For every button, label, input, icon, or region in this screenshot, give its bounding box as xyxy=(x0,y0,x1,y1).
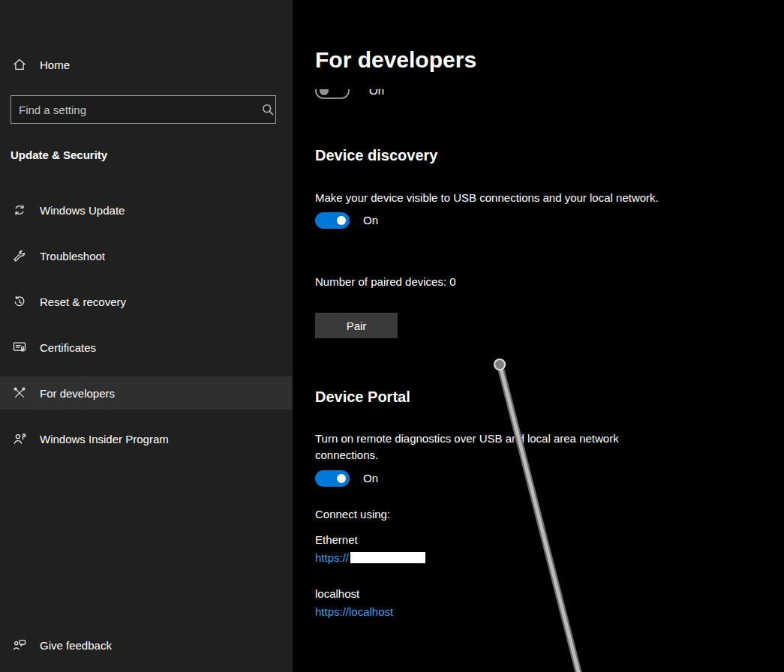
device-portal-description: Turn on remote diagnostics over USB and … xyxy=(315,430,671,464)
device-discovery-toggle-row: On xyxy=(315,212,378,229)
sidebar-item-windows-insider[interactable]: Windows Insider Program xyxy=(0,422,293,455)
search-icon[interactable] xyxy=(260,102,275,117)
device-discovery-toggle-state: On xyxy=(363,212,378,229)
ethernet-url-link[interactable]: https:// xyxy=(315,550,425,566)
connect-using-label: Connect using: xyxy=(315,506,390,523)
nav-label: Windows Update xyxy=(40,204,125,217)
device-portal-heading: Device Portal xyxy=(315,387,410,406)
search-input[interactable] xyxy=(11,104,260,116)
page-title: For developers xyxy=(315,46,476,74)
wrench-icon xyxy=(12,248,27,263)
device-discovery-heading: Device discovery xyxy=(315,146,437,165)
clipped-setting-row: On xyxy=(315,89,495,106)
search-box[interactable] xyxy=(11,95,276,124)
main-content: For developers On Device discovery Make … xyxy=(293,0,784,672)
certificate-icon xyxy=(12,340,27,355)
ethernet-url-prefix: https:// xyxy=(315,551,349,564)
sidebar-item-troubleshoot[interactable]: Troubleshoot xyxy=(0,239,293,272)
clipped-toggle-label: On xyxy=(369,89,384,99)
nav-label: Troubleshoot xyxy=(40,250,105,262)
ethernet-label: Ethernet xyxy=(315,532,358,548)
device-discovery-description: Make your device visible to USB connecti… xyxy=(315,190,659,206)
nav-label: For developers xyxy=(40,387,115,400)
developer-tools-icon xyxy=(12,386,27,400)
device-portal-toggle-row: On xyxy=(315,470,378,487)
sidebar-item-certificates[interactable]: Certificates xyxy=(0,331,293,364)
home-label: Home xyxy=(40,58,70,71)
toggle-knob xyxy=(337,216,346,225)
localhost-label: localhost xyxy=(315,586,359,602)
insider-person-icon xyxy=(12,431,27,446)
device-portal-toggle[interactable] xyxy=(315,470,350,487)
nav-label: Certificates xyxy=(40,341,96,354)
sync-icon xyxy=(12,202,27,218)
paired-devices-count: Number of paired devices: 0 xyxy=(315,274,456,290)
clipped-toggle[interactable] xyxy=(315,89,350,99)
sidebar-item-reset-recovery[interactable]: Reset & recovery xyxy=(0,285,293,318)
sidebar-item-home[interactable]: Home xyxy=(0,48,293,81)
localhost-url-link[interactable]: https://localhost xyxy=(315,604,393,620)
toggle-knob xyxy=(320,89,329,95)
sidebar-item-windows-update[interactable]: Windows Update xyxy=(0,194,293,226)
nav-label: Windows Insider Program xyxy=(40,433,169,446)
feedback-icon xyxy=(12,638,27,652)
device-portal-toggle-state: On xyxy=(363,470,378,487)
redacted-url-block xyxy=(350,552,425,563)
nav-label: Reset & recovery xyxy=(40,296,126,308)
sidebar-nav: Windows Update Troubleshoot Reset & reco… xyxy=(0,194,293,468)
sidebar-item-give-feedback[interactable]: Give feedback xyxy=(0,628,293,662)
pair-button[interactable]: Pair xyxy=(315,313,398,338)
home-icon xyxy=(12,57,27,72)
toggle-knob xyxy=(337,474,346,483)
sidebar-item-for-developers[interactable]: For developers xyxy=(0,376,293,410)
sidebar: Home Update & Security Windows Update xyxy=(0,0,293,672)
sidebar-section-title: Update & Security xyxy=(11,148,107,161)
give-feedback-label: Give feedback xyxy=(40,639,112,652)
settings-window: Home Update & Security Windows Update xyxy=(0,0,784,672)
reset-clock-icon xyxy=(12,294,27,309)
device-discovery-toggle[interactable] xyxy=(315,212,350,229)
